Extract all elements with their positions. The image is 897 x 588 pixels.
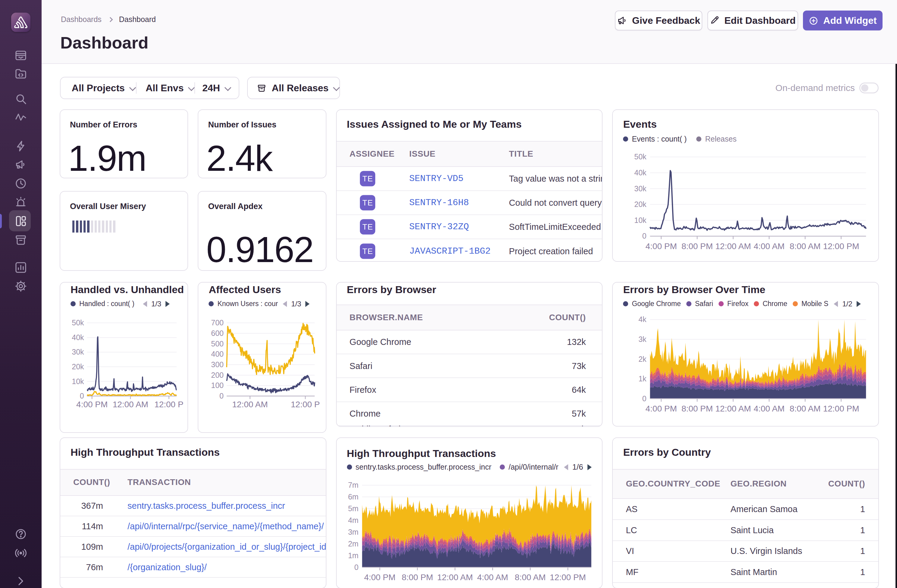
svg-text:12:00 P: 12:00 P (291, 400, 320, 409)
svg-text:12:00 AM: 12:00 AM (716, 241, 751, 251)
svg-text:3m: 3m (348, 528, 358, 536)
svg-text:12:00 AM: 12:00 AM (233, 400, 268, 409)
svg-text:3k: 3k (639, 335, 647, 344)
svg-text:8:00 PM: 8:00 PM (681, 241, 713, 251)
svg-text:2k: 2k (639, 355, 647, 363)
svg-text:50k: 50k (634, 153, 647, 161)
svg-text:12:00 PM: 12:00 PM (823, 404, 859, 413)
svg-text:0: 0 (642, 394, 646, 403)
svg-text:8:00 AM: 8:00 AM (790, 404, 821, 413)
svg-text:4:00 PM: 4:00 PM (364, 573, 395, 582)
svg-text:8:00 AM: 8:00 AM (514, 573, 546, 582)
svg-text:12:00 AM: 12:00 AM (437, 573, 473, 582)
svg-text:0: 0 (219, 392, 223, 400)
svg-text:1m: 1m (348, 551, 358, 560)
svg-text:4:00 PM: 4:00 PM (76, 400, 108, 409)
svg-text:4:00 PM: 4:00 PM (646, 241, 677, 251)
svg-text:10k: 10k (634, 216, 647, 225)
svg-text:12:00 P: 12:00 P (154, 400, 183, 409)
svg-text:200: 200 (211, 371, 224, 379)
svg-text:12:00 AM: 12:00 AM (716, 404, 751, 413)
svg-text:8:00 PM: 8:00 PM (681, 404, 713, 413)
svg-text:300: 300 (211, 360, 224, 369)
svg-text:4k: 4k (639, 315, 647, 324)
svg-text:1k: 1k (639, 374, 647, 383)
svg-text:8:00 AM: 8:00 AM (790, 241, 821, 251)
svg-text:30k: 30k (634, 184, 647, 193)
svg-text:20k: 20k (72, 362, 84, 371)
svg-text:40k: 40k (634, 168, 647, 177)
svg-text:10k: 10k (72, 377, 84, 386)
svg-text:4:00 AM: 4:00 AM (754, 241, 785, 251)
svg-text:0: 0 (80, 392, 84, 400)
svg-text:4:00 PM: 4:00 PM (646, 404, 677, 413)
svg-text:2m: 2m (348, 539, 358, 548)
svg-text:4m: 4m (348, 516, 358, 524)
svg-text:0: 0 (354, 563, 358, 571)
svg-text:600: 600 (211, 329, 224, 338)
svg-text:12:00 AM: 12:00 AM (113, 400, 148, 409)
svg-text:5m: 5m (348, 504, 358, 513)
svg-text:30k: 30k (72, 348, 84, 356)
svg-text:0: 0 (642, 232, 646, 240)
svg-text:400: 400 (211, 350, 224, 358)
svg-text:4:00 AM: 4:00 AM (477, 573, 508, 582)
svg-text:40k: 40k (72, 333, 84, 342)
svg-text:6m: 6m (348, 492, 358, 501)
svg-text:7m: 7m (348, 481, 358, 489)
svg-text:700: 700 (211, 318, 224, 327)
svg-text:20k: 20k (634, 200, 647, 208)
svg-text:4:00 AM: 4:00 AM (754, 404, 785, 413)
svg-text:12:00 PM: 12:00 PM (823, 241, 859, 251)
svg-text:50k: 50k (72, 318, 84, 327)
svg-text:12:00 PM: 12:00 PM (550, 573, 586, 582)
svg-text:8:00 PM: 8:00 PM (401, 573, 433, 582)
svg-text:100: 100 (211, 381, 224, 389)
svg-text:500: 500 (211, 339, 224, 348)
